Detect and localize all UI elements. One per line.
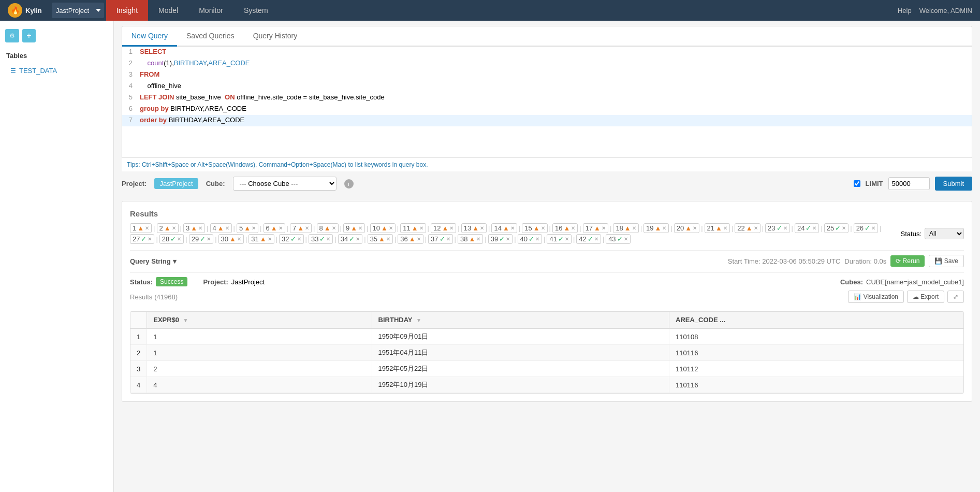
col-chip-39[interactable]: 39✓✕ [488,234,513,244]
col-chip-31[interactable]: 31▲✕ [248,234,274,244]
col-chip-17[interactable]: 17▲✕ [583,223,608,233]
col-header-area-code[interactable]: AREA_CODE ... [669,312,964,328]
help-link[interactable]: Help [898,7,912,15]
cube-select[interactable]: --- Choose Cube --- [233,177,337,191]
col-chip-19[interactable]: 19▲✕ [643,223,669,233]
result-details: Status: Success Project: JastProject Cub… [130,272,964,394]
nav-tab-monitor[interactable]: Monitor [188,0,233,21]
data-table-wrapper: EXPR$0 ▼ BIRTHDAY ▼ AREA_CODE ... [130,311,964,394]
submit-button[interactable]: Submit [935,177,972,191]
col-pipe-17: | [610,224,611,232]
limit-input[interactable] [888,177,930,190]
query-meta: Start Time: 2022-03-06 05:50:29 UTC Dura… [728,255,964,267]
col-chip-23[interactable]: 23✓✕ [765,223,789,233]
editor-tips: Tips: Ctrl+Shift+Space or Alt+Space(Wind… [122,158,972,171]
save-button[interactable]: 💾 Save [929,255,964,267]
col-pipe-9: | [367,224,368,232]
cell-birthday: 1952年10月19日 [372,377,669,393]
sidebar-item-testdata[interactable]: ☰ TEST_DATA [0,64,113,78]
query-string-label[interactable]: Query String ▾ [130,257,177,265]
nav-tab-model[interactable]: Model [148,0,188,21]
rerun-button[interactable]: ⟳ Rerun [890,255,925,267]
nav-tab-insight[interactable]: Insight [106,0,148,21]
add-button[interactable]: + [22,29,36,42]
col-chip-4[interactable]: 4▲✕ [210,223,232,233]
col-chip-36[interactable]: 36▲✕ [398,234,423,244]
col-chip-28[interactable]: 28✓✕ [159,234,184,244]
row-num: 1 [130,328,147,345]
col-chip-22[interactable]: 22▲✕ [735,223,760,233]
welcome-label: Welcome, ADMIN [919,7,972,15]
sort-icon-birthday: ▼ [416,317,421,323]
tab-new-query[interactable]: New Query [122,26,177,47]
cell-area-code: 110116 [669,345,964,361]
col-chip-27[interactable]: 27✓✕ [130,234,154,244]
status-filter-select[interactable]: All Success Error [925,228,964,239]
settings-button[interactable]: ⚙ [5,29,19,42]
col-chip-21[interactable]: 21▲✕ [705,223,730,233]
col-chip-42[interactable]: 42✓✕ [576,234,601,244]
col-chip-9[interactable]: 9▲✕ [343,223,365,233]
col-chip-20[interactable]: 20▲✕ [674,223,699,233]
col-pipe-1: | [153,224,155,232]
col-chip-24[interactable]: 24✓✕ [795,223,819,233]
col-chip-29[interactable]: 29✓✕ [189,234,213,244]
col-chip-14[interactable]: 14▲✕ [491,223,517,233]
line-content-5: LEFT JOIN site_base_hive ON offline_hive… [138,92,972,102]
row-num: 2 [130,345,147,361]
nav-tab-system[interactable]: System [233,0,279,21]
project-value: JastProject [154,178,198,189]
col-chip-25[interactable]: 25✓✕ [824,223,849,233]
project-dropdown[interactable]: JastProject OtherProject [52,3,104,18]
line-content-3: FROM [138,69,972,79]
col-chip-1[interactable]: 1▲✕ [130,223,152,233]
col-chip-10[interactable]: 10▲✕ [370,223,396,233]
col-pipe-24: | [821,224,822,232]
export-button[interactable]: ☁ Export [907,291,944,303]
cube-info-icon[interactable]: i [344,179,354,189]
col-chip-37[interactable]: 37✓✕ [428,234,452,244]
col-pipe-35: | [394,235,396,243]
col-chip-40[interactable]: 40✓✕ [518,234,542,244]
col-chip-2[interactable]: 2▲✕ [157,223,179,233]
col-chip-15[interactable]: 15▲✕ [522,223,547,233]
col-chip-5[interactable]: 5▲✕ [237,223,258,233]
limit-checkbox[interactable] [854,180,860,187]
table-row: 4 4 1952年10月19日 110116 [130,377,963,393]
col-chip-41[interactable]: 41✓✕ [547,234,571,244]
cell-birthday: 1951年04月11日 [372,345,669,361]
col-chip-26[interactable]: 26✓✕ [854,223,878,233]
visualization-button[interactable]: 📊 Visualization [848,291,904,303]
col-chip-38[interactable]: 38▲✕ [458,234,483,244]
cell-area-code: 110112 [669,361,964,377]
col-chip-12[interactable]: 12▲✕ [431,223,456,233]
code-editor[interactable]: 1 SELECT 2 count(1),BIRTHDAY,AREA_CODE 3… [122,47,972,158]
tab-query-history[interactable]: Query History [244,26,307,47]
col-pipe-25: | [850,224,852,232]
col-chip-18[interactable]: 18▲✕ [613,223,638,233]
col-header-birthday[interactable]: BIRTHDAY ▼ [372,312,669,328]
col-chip-13[interactable]: 13▲✕ [461,223,487,233]
table-row: 1 1 1950年09月01日 110108 [130,328,963,345]
col-chip-7[interactable]: 7▲✕ [290,223,312,233]
col-chip-33[interactable]: 33✓✕ [309,234,333,244]
col-chip-32[interactable]: 32✓✕ [279,234,303,244]
code-line-5: 5 LEFT JOIN site_base_hive ON offline_hi… [122,92,972,104]
col-chip-3[interactable]: 3▲✕ [183,223,205,233]
code-line-1: 1 SELECT [122,47,972,58]
results-section: Results 1▲✕|2▲✕|3▲✕|4▲✕|5▲✕|6▲✕|7▲✕|8▲✕|… [122,201,972,402]
col-chip-34[interactable]: 34✓✕ [338,234,362,244]
col-chip-11[interactable]: 11▲✕ [400,223,426,233]
col-chip-8[interactable]: 8▲✕ [317,223,339,233]
col-chip-35[interactable]: 35▲✕ [368,234,393,244]
col-chip-30[interactable]: 30▲✕ [218,234,244,244]
line-num-1: 1 [122,47,138,55]
col-chip-6[interactable]: 6▲✕ [264,223,285,233]
expand-button[interactable]: ⤢ [947,291,964,303]
col-chip-43[interactable]: 43✓✕ [606,234,630,244]
duration: Duration: 0.0s [844,257,886,265]
col-header-expr0[interactable]: EXPR$0 ▼ [147,312,372,328]
col-chip-16[interactable]: 16▲✕ [552,223,578,233]
results-count: Results (41968) [130,293,178,301]
tab-saved-queries[interactable]: Saved Queries [177,26,244,47]
